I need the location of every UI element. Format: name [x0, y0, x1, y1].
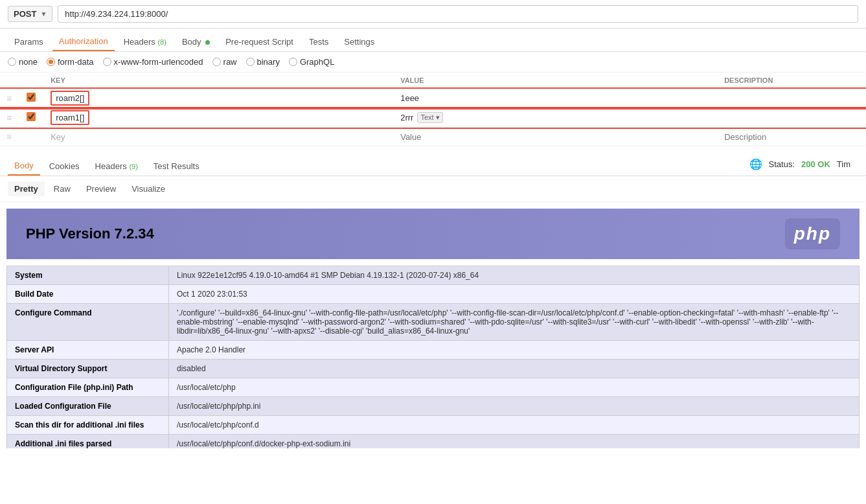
value-col-header: VALUE — [394, 73, 718, 89]
key-col-header: KEY — [44, 73, 394, 89]
tab-tests[interactable]: Tests — [302, 33, 335, 51]
php-info-row: Scan this dir for additional .ini files/… — [7, 416, 860, 435]
method-label: POST — [14, 9, 36, 19]
body-type-urlencoded[interactable]: x-www-form-urlencoded — [103, 57, 203, 67]
value-text: 2rrr — [400, 113, 413, 122]
row-key-cell: roam1[] — [44, 108, 394, 128]
php-key: Configuration File (php.ini) Path — [7, 378, 169, 397]
php-value: /usr/local/etc/php/conf.d — [169, 416, 860, 435]
php-key: System — [7, 266, 169, 285]
form-row: ≡roam1[]2rrrText ▾ — [0, 108, 866, 128]
php-value: disabled — [169, 360, 860, 378]
drag-col-header — [0, 73, 18, 89]
response-tab-body[interactable]: Body — [8, 157, 40, 176]
top-bar: POST ▼ — [0, 0, 866, 29]
php-info-row: SystemLinux 922e1e12cf95 4.19.0-10-amd64… — [7, 266, 860, 285]
tab-params[interactable]: Params — [8, 33, 50, 51]
row-checkbox-cell — [18, 89, 44, 108]
form-data-table: KEY VALUE DESCRIPTION ≡roam2[]1eee≡roam1… — [0, 73, 866, 146]
php-value: Oct 1 2020 23:01:53 — [169, 285, 860, 304]
status-value: 200 OK — [801, 159, 830, 169]
row-checkbox-cell — [18, 108, 44, 128]
body-type-form-data[interactable]: form-data — [47, 57, 94, 67]
response-status-bar: 🌐 Status: 200 OK Tim — [749, 158, 858, 174]
php-info-row: Configuration File (php.ini) Path/usr/lo… — [7, 378, 860, 397]
row-value-cell: 1eee — [394, 89, 718, 108]
row-checkbox[interactable] — [27, 112, 36, 121]
row-desc-cell — [718, 89, 866, 108]
radio-graphql — [289, 58, 297, 66]
row-key-cell: roam2[] — [44, 89, 394, 108]
type-tag[interactable]: Text ▾ — [417, 112, 442, 123]
php-info-row: Additional .ini files parsed/usr/local/e… — [7, 435, 860, 449]
response-tab-cookies[interactable]: Cookies — [43, 157, 86, 175]
php-key: Server API — [7, 341, 169, 360]
body-dot — [205, 40, 210, 45]
globe-icon: 🌐 — [749, 158, 762, 170]
body-type-none[interactable]: none — [8, 57, 38, 67]
response-tab-bar: Body Cookies Headers (9) Test Results 🌐 … — [0, 153, 866, 176]
php-value: './configure' '--build=x86_64-linux-gnu'… — [169, 304, 860, 341]
method-select[interactable]: POST ▼ — [8, 6, 52, 22]
row-value-cell — [394, 128, 718, 146]
response-content: PHP Version 7.2.34 php SystemLinux 922e1… — [0, 202, 866, 448]
radio-binary — [246, 58, 255, 66]
tab-pre-request[interactable]: Pre-request Script — [219, 33, 300, 51]
row-value-cell: 2rrrText ▾ — [394, 108, 718, 128]
php-info-row: Configure Command'./configure' '--build=… — [7, 304, 860, 341]
php-value: Linux 922e1e12cf95 4.19.0-10-amd64 #1 SM… — [169, 266, 860, 285]
view-tab-pretty[interactable]: Pretty — [8, 181, 45, 196]
status-label: Status: — [769, 159, 795, 169]
php-key: Build Date — [7, 285, 169, 304]
value-input[interactable] — [400, 132, 711, 142]
view-tab-raw[interactable]: Raw — [47, 181, 77, 196]
tab-body[interactable]: Body — [176, 33, 216, 51]
request-tab-bar: Params Authorization Headers (8) Body Pr… — [0, 29, 866, 52]
time-label: Tim — [837, 159, 850, 169]
php-logo: php — [785, 218, 840, 249]
php-header: PHP Version 7.2.34 php — [6, 209, 860, 259]
php-value: /usr/local/etc/php/php.ini — [169, 397, 860, 416]
tab-headers[interactable]: Headers (8) — [117, 33, 173, 51]
key-input[interactable] — [51, 132, 387, 142]
row-checkbox-cell — [18, 128, 44, 146]
php-key: Loaded Configuration File — [7, 397, 169, 416]
key-value: roam1[] — [51, 110, 89, 125]
php-value: /usr/local/etc/php/conf.d/docker-php-ext… — [169, 435, 860, 449]
php-info-row: Virtual Directory Supportdisabled — [7, 360, 860, 378]
value-text: 1eee — [400, 93, 419, 103]
row-desc-cell — [718, 108, 866, 128]
tab-authorization[interactable]: Authorization — [52, 32, 115, 51]
body-type-raw[interactable]: raw — [212, 57, 237, 67]
view-tab-visualize[interactable]: Visualize — [125, 181, 172, 196]
php-value: /usr/local/etc/php — [169, 378, 860, 397]
desc-input[interactable] — [724, 132, 860, 142]
url-input[interactable] — [58, 5, 858, 23]
body-type-graphql[interactable]: GraphQL — [289, 57, 334, 67]
drag-handle[interactable]: ≡ — [0, 108, 18, 128]
drag-handle[interactable]: ≡ — [0, 128, 18, 146]
desc-col-header: DESCRIPTION — [718, 73, 866, 89]
php-value: Apache 2.0 Handler — [169, 341, 860, 360]
response-tab-test-results[interactable]: Test Results — [147, 157, 206, 175]
body-type-bar: none form-data x-www-form-urlencoded raw… — [0, 52, 866, 73]
view-tab-bar: Pretty Raw Preview Visualize — [0, 176, 866, 202]
radio-none — [8, 58, 16, 66]
php-info-row: Loaded Configuration File/usr/local/etc/… — [7, 397, 860, 416]
response-tab-headers[interactable]: Headers (9) — [89, 157, 144, 175]
form-row: ≡ — [0, 128, 866, 146]
php-info-row: Server APIApache 2.0 Handler — [7, 341, 860, 360]
body-type-binary[interactable]: binary — [246, 57, 280, 67]
row-checkbox[interactable] — [27, 93, 36, 102]
chevron-down-icon: ▼ — [40, 10, 47, 17]
php-info-row: Build DateOct 1 2020 23:01:53 — [7, 285, 860, 304]
php-version: PHP Version 7.2.34 — [26, 225, 154, 242]
drag-handle[interactable]: ≡ — [0, 89, 18, 108]
form-row: ≡roam2[]1eee — [0, 89, 866, 108]
tab-settings[interactable]: Settings — [337, 33, 381, 51]
key-value: roam2[] — [51, 91, 89, 106]
view-tab-preview[interactable]: Preview — [80, 181, 122, 196]
radio-form-data — [47, 58, 55, 66]
php-key: Additional .ini files parsed — [7, 435, 169, 449]
php-key: Configure Command — [7, 304, 169, 341]
